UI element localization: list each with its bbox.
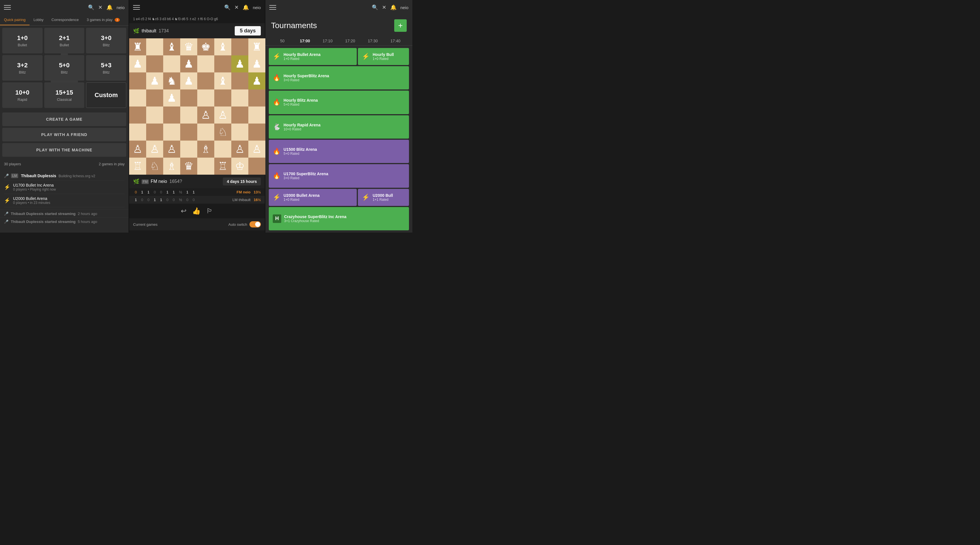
event-u2000[interactable]: ⚡ U2000 Bullet Arena 0 players • in 23 m… <box>4 194 125 207</box>
square-b1[interactable]: ♘ <box>146 158 163 175</box>
close-icon-mid[interactable]: ✕ <box>234 4 239 11</box>
square-f6[interactable]: ♝ <box>214 72 231 89</box>
square-f4[interactable]: ♙ <box>214 107 231 124</box>
close-icon-right[interactable]: ✕ <box>382 4 386 11</box>
square-c6[interactable]: ♞ <box>163 72 180 89</box>
square-a1[interactable]: ♖ <box>129 158 146 175</box>
square-c2[interactable]: ♙ <box>163 140 180 158</box>
square-c4[interactable] <box>163 107 180 124</box>
auto-switch-toggle[interactable] <box>250 221 261 228</box>
square-h7[interactable]: ♟ <box>248 56 266 72</box>
tab-quick-pairing[interactable]: Quick pairing <box>0 15 30 25</box>
bell-icon[interactable]: 🔔 <box>107 4 113 11</box>
pairing-15-15[interactable]: 15+15 Classical <box>44 82 84 108</box>
square-b8[interactable] <box>146 38 163 56</box>
pairing-custom[interactable]: Custom <box>86 82 126 108</box>
square-g3[interactable] <box>231 124 248 140</box>
square-b4[interactable] <box>146 107 163 124</box>
square-e4[interactable]: ♙ <box>197 107 214 124</box>
square-a2[interactable]: ♙ <box>129 140 146 158</box>
square-d6[interactable]: ♟ <box>180 72 197 89</box>
square-g2[interactable]: ♙ <box>231 140 248 158</box>
thumbsup-button[interactable]: 👍 <box>192 207 200 215</box>
pairing-2-1[interactable]: 2+1 Bullet <box>44 28 84 53</box>
tournament-superblitz[interactable]: 🔥 Hourly SuperBlitz Arena 3+0 Rated <box>269 66 409 89</box>
square-g8[interactable] <box>231 38 248 56</box>
square-e5[interactable] <box>197 89 214 107</box>
square-h4[interactable] <box>248 107 266 124</box>
square-g6[interactable] <box>231 72 248 89</box>
square-h2[interactable]: ♙ <box>248 140 266 158</box>
create-game-button[interactable]: CREATE A GAME <box>2 113 126 126</box>
square-g5[interactable] <box>231 89 248 107</box>
square-e8[interactable]: ♚ <box>197 38 214 56</box>
square-e1[interactable] <box>197 158 214 175</box>
tournament-rapid[interactable]: 🐇 Hourly Rapid Arena 10+0 Rated <box>269 115 409 139</box>
tournament-crazyhouse[interactable]: H Crazyhouse SuperBlitz Inc Arena 3+1 Cr… <box>269 207 409 230</box>
square-a3[interactable] <box>129 124 146 140</box>
square-c7[interactable] <box>163 56 180 72</box>
tournament-u2000-bullet[interactable]: ⚡ U2000 Bullet Arena 1+0 Rated <box>269 189 357 206</box>
square-b5[interactable] <box>146 89 163 107</box>
tournament-u1500[interactable]: 🔥 U1500 Blitz Arena 5+0 Rated <box>269 140 409 163</box>
square-f5[interactable] <box>214 89 231 107</box>
pairing-5-0[interactable]: 5+0 Blitz <box>44 55 84 81</box>
square-d8[interactable]: ♛ <box>180 38 197 56</box>
square-e3[interactable] <box>197 124 214 140</box>
square-a8[interactable]: ♜ <box>129 38 146 56</box>
bell-icon-right[interactable]: 🔔 <box>390 4 396 11</box>
square-f2[interactable] <box>214 140 231 158</box>
square-b2[interactable]: ♙ <box>146 140 163 158</box>
tab-lobby[interactable]: Lobby <box>30 15 48 25</box>
search-icon-right[interactable]: 🔍 <box>372 4 378 11</box>
square-c3[interactable] <box>163 124 180 140</box>
square-h1[interactable] <box>248 158 266 175</box>
square-e6[interactable] <box>197 72 214 89</box>
square-a4[interactable] <box>129 107 146 124</box>
pairing-1-0[interactable]: 1+0 Bullet <box>2 28 43 53</box>
tournament-blitz[interactable]: 🔥 Hourly Blitz Arena 5+0 Rated <box>269 91 409 114</box>
square-d4[interactable] <box>180 107 197 124</box>
square-h5[interactable] <box>248 89 266 107</box>
menu-icon-right[interactable] <box>269 5 276 10</box>
tournament-u1700[interactable]: 🔥 U1700 SuperBlitz Arena 3+0 Rated <box>269 164 409 188</box>
square-f7[interactable] <box>214 56 231 72</box>
square-d3[interactable] <box>180 124 197 140</box>
chess-board[interactable]: ♜ ♝ ♛ ♚ ♝ ♜ ♟ ♟ ♟ ♟ ♟ ♞ ♟ ♝ ♟ <box>129 38 266 175</box>
square-a6[interactable] <box>129 72 146 89</box>
square-c1[interactable]: ♗ <box>163 158 180 175</box>
close-icon[interactable]: ✕ <box>98 4 102 11</box>
tab-games-in-play[interactable]: 3 games in play 3 <box>83 15 124 25</box>
square-e2[interactable]: ♗ <box>197 140 214 158</box>
pairing-3-0[interactable]: 3+0 Blitz <box>86 28 126 53</box>
tournament-hourly-bullet[interactable]: ⚡ Hourly Bullet Arena 1+0 Rated <box>269 48 357 65</box>
square-d5[interactable] <box>180 89 197 107</box>
menu-icon[interactable] <box>4 5 11 10</box>
square-h3[interactable] <box>248 124 266 140</box>
square-e7[interactable] <box>197 56 214 72</box>
pairing-10-0[interactable]: 10+0 Rapid <box>2 82 43 108</box>
square-h8[interactable]: ♜ <box>248 38 266 56</box>
pairing-3-2[interactable]: 3+2 Blitz <box>2 55 43 81</box>
pairing-5-3[interactable]: 5+3 Blitz <box>86 55 126 81</box>
square-b3[interactable] <box>146 124 163 140</box>
square-a5[interactable] <box>129 89 146 107</box>
tab-correspondence[interactable]: Correspondence <box>48 15 83 25</box>
square-h6[interactable]: ♟ <box>248 72 266 89</box>
lobby-user-name[interactable]: Thibault Duplessis <box>21 174 56 178</box>
square-f8[interactable]: ♝ <box>214 38 231 56</box>
square-c5[interactable]: ♟ <box>163 89 180 107</box>
play-machine-button[interactable]: PLAY WITH THE MACHINE <box>2 143 126 157</box>
square-a7[interactable]: ♟ <box>129 56 146 72</box>
square-g7[interactable]: ♟ <box>231 56 248 72</box>
menu-icon-mid[interactable] <box>133 5 140 10</box>
square-g4[interactable] <box>231 107 248 124</box>
square-d1[interactable]: ♛ <box>180 158 197 175</box>
play-friend-button[interactable]: PLAY WITH A FRIEND <box>2 128 126 142</box>
search-icon-mid[interactable]: 🔍 <box>224 4 231 11</box>
square-d2[interactable] <box>180 140 197 158</box>
square-g1[interactable]: ♔ <box>231 158 248 175</box>
square-c8[interactable]: ♝ <box>163 38 180 56</box>
square-f1[interactable]: ♖ <box>214 158 231 175</box>
undo-button[interactable]: ↩ <box>181 207 186 215</box>
